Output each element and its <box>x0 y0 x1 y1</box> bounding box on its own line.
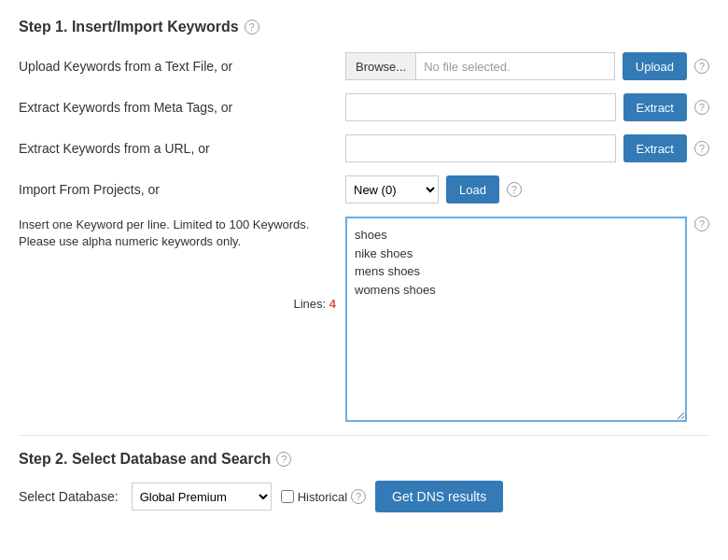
get-dns-button[interactable]: Get DNS results <box>375 481 503 512</box>
file-input-display: Browse... No file selected. <box>345 52 615 80</box>
extract-meta-help-icon[interactable]: ? <box>694 100 709 115</box>
step1-help-icon[interactable]: ? <box>245 20 259 35</box>
keyword-controls: ? <box>345 217 709 422</box>
historical-checkbox[interactable] <box>281 490 294 503</box>
extract-url-label: Extract Keywords from a URL, or <box>19 141 336 156</box>
lines-count: 4 <box>329 297 336 311</box>
upload-row: Upload Keywords from a Text File, or Bro… <box>19 52 709 80</box>
step1-title: Step 1. Insert/Import Keywords <box>19 19 239 35</box>
step2-section: Step 2. Select Database and Search ? Sel… <box>19 435 709 512</box>
upload-label: Upload Keywords from a Text File, or <box>19 59 336 74</box>
database-select[interactable]: Global Premium <box>132 483 272 511</box>
extract-url-row: Extract Keywords from a URL, or Extract … <box>19 134 709 162</box>
db-label: Select Database: <box>19 489 119 504</box>
project-select[interactable]: New (0) <box>345 175 439 203</box>
upload-controls: Browse... No file selected. Upload ? <box>345 52 709 80</box>
upload-help-icon[interactable]: ? <box>694 59 709 74</box>
lines-row: Lines: 4 <box>19 297 336 311</box>
step2-help-icon[interactable]: ? <box>276 452 291 467</box>
extract-meta-controls: Extract ? <box>345 93 709 121</box>
historical-text: Historical <box>298 490 347 504</box>
keyword-row: Insert one Keyword per line. Limited to … <box>19 217 709 422</box>
historical-label: Historical ? <box>281 489 366 504</box>
keyword-label-col: Insert one Keyword per line. Limited to … <box>19 217 336 311</box>
extract-meta-row: Extract Keywords from Meta Tags, or Extr… <box>19 93 709 121</box>
extract-meta-label: Extract Keywords from Meta Tags, or <box>19 100 336 115</box>
import-projects-row: Import From Projects, or New (0) Load ? <box>19 175 709 203</box>
step2-header: Step 2. Select Database and Search ? <box>19 451 709 468</box>
upload-button[interactable]: Upload <box>623 52 687 80</box>
file-name-text: No file selected. <box>416 60 518 74</box>
historical-help-icon[interactable]: ? <box>351 489 366 504</box>
extract-url-help-icon[interactable]: ? <box>694 141 709 156</box>
step2-row: Select Database: Global Premium Historic… <box>19 481 709 512</box>
page-container: Step 1. Insert/Import Keywords ? Upload … <box>0 0 728 531</box>
extract-meta-button[interactable]: Extract <box>623 93 687 121</box>
import-label: Import From Projects, or <box>19 182 336 197</box>
load-button[interactable]: Load <box>446 175 499 203</box>
extract-url-button[interactable]: Extract <box>623 134 687 162</box>
step1-header: Step 1. Insert/Import Keywords ? <box>19 19 709 35</box>
lines-label: Lines: <box>293 297 326 311</box>
keyword-help-icon[interactable]: ? <box>694 217 709 231</box>
extract-url-input[interactable] <box>345 134 616 162</box>
import-controls: New (0) Load ? <box>345 175 709 203</box>
browse-button[interactable]: Browse... <box>346 53 416 79</box>
extract-meta-input[interactable] <box>345 93 616 121</box>
keyword-textarea[interactable] <box>345 217 687 422</box>
import-help-icon[interactable]: ? <box>507 182 522 197</box>
extract-url-controls: Extract ? <box>345 134 709 162</box>
keyword-label-text: Insert one Keyword per line. Limited to … <box>19 217 336 250</box>
step2-title: Step 2. Select Database and Search <box>19 451 271 468</box>
